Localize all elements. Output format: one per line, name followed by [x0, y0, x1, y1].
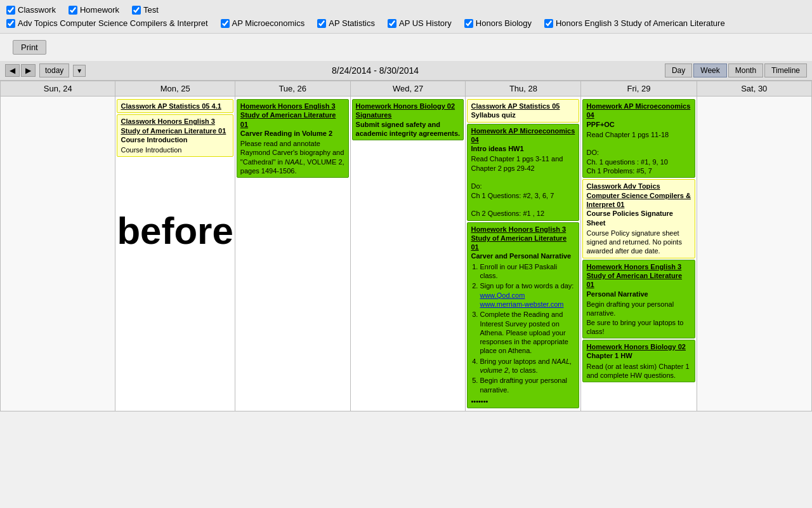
- cell-fri: Homework AP Microeconomics 04 PPF+OC Rea…: [581, 97, 697, 411]
- filter-ap-us-history[interactable]: AP US History: [388, 18, 452, 28]
- today-button[interactable]: today: [39, 64, 69, 77]
- next-button[interactable]: ▶: [21, 64, 36, 77]
- view-timeline[interactable]: Timeline: [764, 64, 807, 77]
- print-button[interactable]: Print: [13, 40, 46, 55]
- event-thu-2[interactable]: Homework AP Microeconomics 04 Intro idea…: [467, 124, 579, 221]
- event-fri-4[interactable]: Homework Honors Biology 02 Chapter 1 HW …: [582, 340, 695, 382]
- event-mon-2[interactable]: Classwork Honors English 3 Study of Amer…: [117, 114, 233, 157]
- prev-button[interactable]: ◀: [5, 64, 20, 77]
- top-bar-row1: Classwork Homework Test Adv Topics Compu…: [0, 0, 812, 34]
- cell-tue: Homework Honors English 3 Study of Ameri…: [235, 97, 350, 411]
- event-mon-1[interactable]: Classwork AP Statistics 05 4.1: [117, 99, 233, 113]
- nav-bar: ◀ ▶ today ▼ 8/24/2014 - 8/30/2014 Day We…: [0, 61, 812, 81]
- view-week[interactable]: Week: [693, 64, 726, 77]
- col-wed: Wed, 27: [350, 81, 466, 97]
- col-mon: Mon, 25: [115, 81, 235, 97]
- cell-sun: [1, 97, 115, 411]
- calendar-table: Sun, 24 Mon, 25 Tue, 26 Wed, 27 Thu, 28 …: [0, 81, 812, 411]
- event-fri-2[interactable]: Classwork Adv Topics Computer Science Co…: [582, 179, 695, 258]
- event-wed-1[interactable]: Homework Honors Biology 02 Signatures Su…: [352, 99, 464, 140]
- view-day[interactable]: Day: [665, 64, 692, 77]
- cell-mon: Classwork AP Statistics 05 4.1 Classwork…: [115, 97, 235, 411]
- before-watermark: before: [117, 158, 233, 304]
- col-sun: Sun, 24: [1, 81, 115, 97]
- filter-test[interactable]: Test: [132, 5, 159, 15]
- cell-wed: Homework Honors Biology 02 Signatures Su…: [350, 97, 466, 411]
- filter-adv-cs[interactable]: Adv Topics Computer Science Compilers & …: [6, 18, 208, 28]
- filter-honors-bio[interactable]: Honors Biology: [464, 18, 532, 28]
- date-range: 8/24/2014 - 8/30/2014: [89, 65, 661, 76]
- event-thu-1[interactable]: Classwork AP Statistics 05 Syllabus quiz: [467, 99, 579, 123]
- filter-classwork[interactable]: Classwork: [6, 5, 56, 15]
- filter-honors-eng[interactable]: Honors English 3 Study of American Liter…: [544, 18, 725, 28]
- filter-ap-micro[interactable]: AP Microeconomics: [221, 18, 305, 28]
- col-fri: Fri, 29: [581, 81, 697, 97]
- view-buttons: Day Week Month Timeline: [665, 64, 807, 77]
- cell-thu: Classwork AP Statistics 05 Syllabus quiz…: [466, 97, 581, 411]
- col-thu: Thu, 28: [466, 81, 581, 97]
- filter-homework[interactable]: Homework: [69, 5, 119, 15]
- col-sat: Sat, 30: [697, 81, 811, 97]
- event-fri-1[interactable]: Homework AP Microeconomics 04 PPF+OC Rea…: [582, 99, 695, 178]
- today-dropdown[interactable]: ▼: [73, 65, 86, 77]
- event-tue-1[interactable]: Homework Honors English 3 Study of Ameri…: [237, 99, 349, 178]
- event-thu-3[interactable]: Homework Honors English 3 Study of Ameri…: [467, 222, 579, 409]
- nav-arrows: ◀ ▶: [5, 64, 36, 77]
- view-month[interactable]: Month: [728, 64, 763, 77]
- cell-sat: [697, 97, 811, 411]
- col-tue: Tue, 26: [235, 81, 350, 97]
- filter-ap-stats[interactable]: AP Statistics: [317, 18, 375, 28]
- event-fri-3[interactable]: Homework Honors English 3 Study of Ameri…: [582, 260, 695, 338]
